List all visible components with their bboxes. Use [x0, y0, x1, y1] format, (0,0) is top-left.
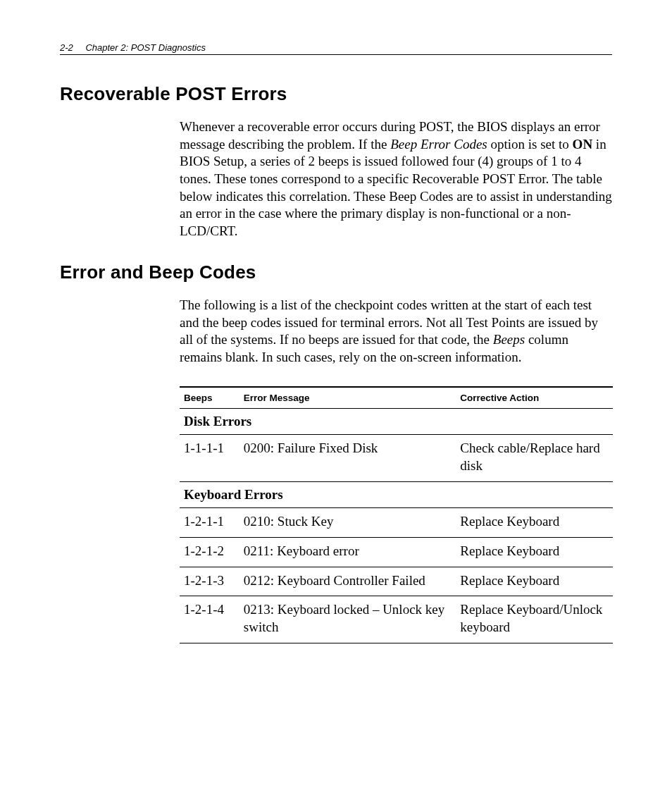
cell-beeps: 1-2-1-3 — [180, 567, 239, 596]
page-number: 2-2 — [60, 42, 73, 53]
col-header-message: Error Message — [239, 387, 456, 409]
cell-beeps: 1-2-1-2 — [180, 538, 239, 567]
table-row: 1-2-1-10210: Stuck KeyReplace Keyboard — [180, 508, 613, 538]
section-title-recoverable: Recoverable POST Errors — [60, 83, 612, 105]
table-row: 1-2-1-30212: Keyboard Controller FailedR… — [180, 567, 613, 596]
col-header-action: Corrective Action — [456, 387, 613, 409]
page: 2-2 Chapter 2: POST Diagnostics Recovera… — [0, 0, 672, 686]
cell-action: Replace Keyboard — [456, 538, 613, 567]
table-header-row: Beeps Error Message Corrective Action — [180, 387, 613, 409]
para-emphasis: Beep Error Codes — [390, 137, 487, 152]
section-title-codes: Error and Beep Codes — [60, 261, 612, 283]
codes-table: Beeps Error Message Corrective Action Di… — [180, 386, 613, 643]
recoverable-paragraph: Whenever a recoverable error occurs duri… — [180, 118, 612, 240]
table-category-label: Disk Errors — [180, 408, 613, 435]
cell-beeps: 1-2-1-4 — [180, 596, 239, 643]
table-row: 1-2-1-40213: Keyboard locked – Unlock ke… — [180, 596, 613, 643]
cell-action: Replace Keyboard — [456, 567, 613, 596]
table-category-row: Disk Errors — [180, 408, 613, 435]
chapter-label: Chapter 2: POST Diagnostics — [85, 42, 206, 53]
cell-message: 0200: Failure Fixed Disk — [239, 435, 456, 481]
para-bold: ON — [573, 137, 593, 152]
col-header-beeps: Beeps — [180, 387, 239, 409]
para-emphasis: Beeps — [493, 332, 525, 347]
cell-message: 0211: Keyboard error — [239, 538, 456, 567]
codes-paragraph: The following is a list of the checkpoin… — [180, 297, 612, 366]
cell-beeps: 1-1-1-1 — [180, 435, 239, 481]
table-row: 1-1-1-10200: Failure Fixed DiskCheck cab… — [180, 435, 613, 481]
cell-action: Check cable/Replace hard disk — [456, 435, 613, 481]
cell-message: 0212: Keyboard Controller Failed — [239, 567, 456, 596]
table-category-label: Keyboard Errors — [180, 481, 613, 508]
para-text: option is set to — [487, 137, 573, 152]
table-row: 1-2-1-20211: Keyboard errorReplace Keybo… — [180, 538, 613, 567]
cell-message: 0213: Keyboard locked – Unlock key switc… — [239, 596, 456, 643]
running-header: 2-2 Chapter 2: POST Diagnostics — [60, 42, 612, 55]
cell-message: 0210: Stuck Key — [239, 508, 456, 538]
cell-action: Replace Keyboard — [456, 508, 613, 538]
table-category-row: Keyboard Errors — [180, 481, 613, 508]
para-text: in BIOS Setup, a series of 2 beeps is is… — [180, 137, 612, 238]
cell-beeps: 1-2-1-1 — [180, 508, 239, 538]
cell-action: Replace Keyboard/Unlock keyboard — [456, 596, 613, 643]
